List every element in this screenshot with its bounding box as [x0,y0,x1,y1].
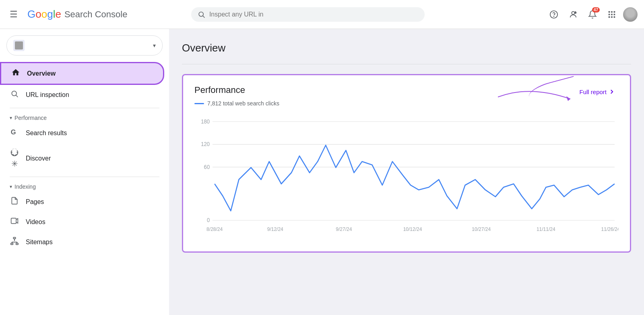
svg-text:11/26/24: 11/26/24 [601,226,619,232]
chart-header: Performance Full report [194,85,619,95]
apps-icon [607,10,616,19]
svg-rect-8 [611,11,613,12]
sidebar-item-videos[interactable]: Videos [0,212,164,232]
sidebar-divider-1 [10,108,159,108]
sidebar-item-search-results-label: Search results [26,130,67,137]
account-settings-icon: + [569,10,578,19]
layout: ▾ Overview URL inspection Performance G [0,29,644,315]
legend-line [194,103,204,104]
svg-rect-15 [614,16,615,18]
sidebar-divider-2 [10,177,159,177]
svg-point-0 [199,12,203,16]
logo-search-console-text: Search Console [64,9,128,20]
full-report-link[interactable]: Full report [579,88,615,95]
svg-rect-10 [609,14,610,15]
svg-point-4 [572,11,574,14]
help-icon [549,10,558,19]
svg-rect-19 [11,218,17,223]
svg-rect-7 [609,11,610,12]
sidebar-item-sitemaps[interactable]: Sitemaps [0,232,164,252]
svg-text:8/28/24: 8/28/24 [206,226,223,232]
search-input[interactable] [209,11,418,18]
sidebar-item-url-inspection[interactable]: URL inspection [0,85,164,105]
svg-text:10/12/24: 10/12/24 [403,226,422,232]
home-icon [11,68,21,79]
svg-text:9/12/24: 9/12/24 [267,226,283,232]
videos-icon [10,217,19,227]
svg-text:120: 120 [201,141,210,147]
sidebar-item-overview[interactable]: Overview [0,62,164,85]
property-icon [13,40,25,51]
sidebar-item-sitemaps-label: Sitemaps [26,239,53,246]
svg-marker-27 [566,96,570,101]
svg-rect-9 [614,11,615,12]
avatar-image [623,7,638,22]
svg-line-17 [16,95,18,97]
chart-total-clicks: 7,812 total web search clicks [207,100,279,107]
svg-text:9/27/24: 9/27/24 [336,226,352,232]
topnav-icons: + 47 [546,6,638,23]
svg-text:11/11/24: 11/11/24 [537,226,555,232]
svg-rect-11 [611,14,613,15]
chart-svg: 180 120 60 0 8/28/24 9/12/24 9/27/24 10/… [194,113,619,242]
chart-legend: 7,812 total web search clicks [194,100,619,107]
svg-rect-20 [13,237,16,239]
search-results-icon: G [10,128,19,138]
search-bar[interactable] [191,7,425,22]
svg-text:0: 0 [207,217,210,223]
topnav: ☰ Google Search Console + 47 [0,0,644,29]
sidebar: ▾ Overview URL inspection Performance G [0,29,169,315]
svg-text:60: 60 [204,164,210,170]
pages-icon [10,196,19,207]
svg-line-1 [203,16,204,17]
svg-text:G: G [11,128,16,136]
sidebar-item-overview-label: Overview [27,70,56,77]
svg-rect-22 [16,243,18,245]
sitemaps-icon [10,237,19,247]
menu-icon[interactable]: ☰ [6,6,21,23]
notification-count: 47 [592,7,600,12]
apps-button[interactable] [604,6,620,23]
sidebar-item-videos-label: Videos [26,218,45,226]
sidebar-item-discover[interactable]: ✳ Discover [0,143,164,173]
svg-text:10/27/24: 10/27/24 [472,226,491,232]
svg-rect-14 [611,16,613,18]
avatar[interactable] [623,7,638,22]
svg-text:180: 180 [201,118,210,124]
svg-rect-21 [11,243,13,245]
sidebar-item-pages[interactable]: Pages [0,191,164,212]
svg-point-16 [12,91,17,96]
main-content: Overview Performance Full report [169,29,644,315]
account-settings-button[interactable]: + [565,6,581,23]
chevron-right-icon [608,88,615,95]
sidebar-item-search-results[interactable]: G Search results [0,123,164,143]
performance-section-label[interactable]: Performance [0,111,169,123]
chart-area: 180 120 60 0 8/28/24 9/12/24 9/27/24 10/… [194,113,619,242]
logo: Google Search Console [27,8,127,21]
performance-chart-card: Performance Full report [182,74,631,253]
property-chevron-icon: ▾ [153,42,156,49]
chart-title: Performance [194,85,245,95]
indexing-section-label[interactable]: Indexing [0,180,169,191]
discover-icon: ✳ [10,148,19,169]
page-title: Overview [182,42,631,54]
svg-rect-12 [614,14,615,15]
property-selector[interactable]: ▾ [6,35,163,56]
notifications-button[interactable]: 47 [584,6,601,23]
search-icon [198,10,205,19]
sidebar-item-url-inspection-label: URL inspection [26,91,69,99]
help-button[interactable] [546,6,562,23]
sidebar-item-discover-label: Discover [26,155,51,162]
svg-text:+: + [575,11,576,14]
svg-rect-13 [609,16,610,18]
url-inspection-icon [10,90,19,100]
sidebar-item-pages-label: Pages [26,198,44,206]
